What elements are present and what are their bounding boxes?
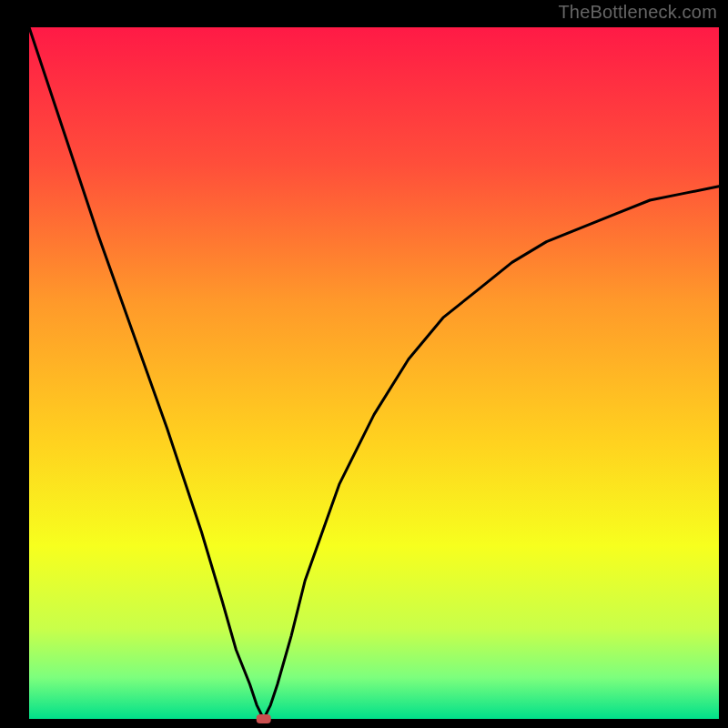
watermark-text: TheBottleneck.com — [558, 2, 717, 23]
chart-frame: TheBottleneck.com — [0, 0, 728, 728]
bottleneck-chart — [0, 0, 728, 728]
plot-background — [29, 27, 719, 719]
optimal-marker — [257, 714, 271, 723]
